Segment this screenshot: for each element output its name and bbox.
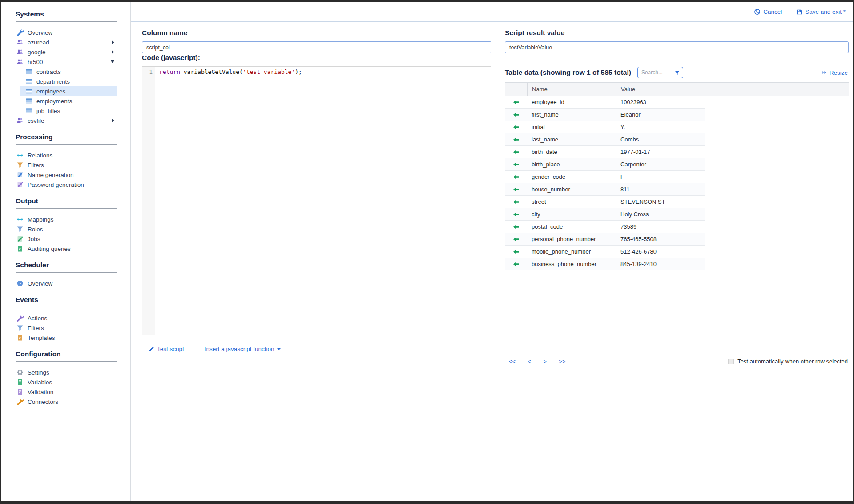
sidebar-item-mappings[interactable]: Mappings: [16, 214, 117, 224]
select-row-button[interactable]: [505, 112, 527, 117]
sidebar-item-departments[interactable]: departments: [20, 77, 117, 86]
sidebar-item-label: employments: [36, 98, 72, 105]
section-title: Processing: [16, 133, 130, 141]
expander-right-icon[interactable]: [112, 119, 114, 122]
filter-icon[interactable]: [674, 70, 680, 76]
sidebar-item-auditing-queries[interactable]: Auditing queries: [16, 244, 117, 254]
sidebar-item-password-generation[interactable]: Password generation: [16, 180, 117, 190]
select-row-button[interactable]: [505, 249, 527, 254]
select-row-button[interactable]: [505, 187, 527, 192]
code-line[interactable]: return variableGetValue('test_variable')…: [155, 67, 302, 335]
sidebar-item-roles[interactable]: Roles: [16, 224, 117, 234]
sidebar-item-hr500[interactable]: hr500: [16, 57, 117, 67]
select-row-button[interactable]: [505, 162, 527, 167]
resize-button[interactable]: Resize: [820, 69, 848, 76]
pagination-prev-button[interactable]: <: [528, 359, 532, 365]
sidebar-item-validation[interactable]: Validation: [16, 387, 117, 397]
save-and-exit-button[interactable]: Save and exit *: [796, 8, 846, 15]
sidebar-item-actions[interactable]: Actions: [16, 313, 117, 323]
expander-down-icon[interactable]: [111, 60, 114, 63]
header-spacer: [705, 83, 849, 96]
header-arrow-col: [505, 83, 527, 96]
sidebar-item-azuread[interactable]: azuread: [16, 37, 117, 47]
table-icon: [25, 88, 32, 95]
row-name: gender_code: [527, 173, 616, 180]
code-label: Code (javascript):: [142, 53, 491, 62]
select-row-button[interactable]: [505, 224, 527, 230]
row-name: business_phone_number: [527, 261, 616, 267]
select-row-button[interactable]: [505, 137, 527, 142]
document-edit-icon: [16, 181, 24, 188]
select-row-arrow-icon: [513, 137, 520, 142]
select-row-button[interactable]: [505, 199, 527, 205]
select-row-button[interactable]: [505, 100, 527, 105]
sidebar-item-connectors[interactable]: Connectors: [16, 397, 117, 407]
sidebar-item-settings[interactable]: Settings: [16, 367, 117, 377]
sidebar-item-filters[interactable]: Filters: [16, 323, 117, 333]
sidebar-item-contracts[interactable]: contracts: [20, 67, 117, 77]
auto-test-option: Test automatically when other row select…: [728, 358, 849, 365]
expander-right-icon[interactable]: [112, 50, 114, 54]
line-number: 1: [149, 69, 153, 75]
pagination-next-button[interactable]: >: [543, 359, 547, 365]
expander-right-icon[interactable]: [112, 40, 114, 44]
cancel-label: Cancel: [763, 8, 782, 15]
sidebar-item-relations[interactable]: Relations: [16, 150, 117, 160]
sidebar-item-overview[interactable]: Overview: [16, 278, 117, 288]
pagination-first-button[interactable]: <<: [509, 359, 516, 365]
sidebar-item-overview[interactable]: Overview: [16, 28, 117, 37]
users-icon: [16, 58, 24, 65]
editor-gutter: 1: [142, 67, 155, 335]
select-row-button[interactable]: [505, 262, 527, 267]
insert-function-dropdown[interactable]: Insert a javascript function: [205, 346, 281, 352]
search-input[interactable]: [641, 69, 674, 76]
section-divider: [16, 307, 117, 307]
sidebar-item-jobs[interactable]: Jobs: [16, 234, 117, 244]
script-result-input[interactable]: [505, 41, 849, 53]
sidebar-item-label: Overview: [28, 29, 52, 36]
column-name-input[interactable]: [142, 41, 491, 53]
select-row-button[interactable]: [505, 125, 527, 130]
auto-test-checkbox[interactable]: [728, 359, 734, 364]
table-row: birth_place Carpenter: [505, 158, 705, 171]
code-keyword: return: [159, 69, 180, 75]
editor-actions: Test script Insert a javascript function: [142, 346, 491, 352]
section-items: ActionsFiltersTemplates: [16, 313, 117, 343]
code-editor[interactable]: 1 return variableGetValue('test_variable…: [142, 66, 491, 335]
section-divider: [16, 144, 117, 145]
code-tail: );: [295, 69, 302, 75]
wrench-icon: [16, 314, 24, 322]
select-row-arrow-icon: [513, 149, 520, 155]
section-items: SettingsVariablesValidationConnectors: [16, 367, 117, 407]
select-row-arrow-icon: [513, 187, 520, 192]
funnel-icon: [16, 324, 24, 331]
cancel-button[interactable]: Cancel: [754, 8, 782, 15]
document-icon: [16, 379, 24, 386]
row-name: house_number: [527, 186, 616, 193]
row-value: Carpenter: [616, 161, 705, 168]
select-row-button[interactable]: [505, 237, 527, 242]
select-row-arrow-icon: [513, 237, 520, 242]
sidebar-item-name-generation[interactable]: Name generation: [16, 170, 117, 180]
script-editor-panel: Column name Code (javascript): 1 return …: [142, 28, 491, 365]
select-row-button[interactable]: [505, 174, 527, 180]
select-row-button[interactable]: [505, 212, 527, 217]
table-row: city Holy Cross: [505, 208, 705, 221]
sidebar-item-employments[interactable]: employments: [20, 96, 117, 106]
select-row-button[interactable]: [505, 149, 527, 155]
row-value: 1977-01-17: [616, 149, 705, 155]
sidebar-item-templates[interactable]: Templates: [16, 333, 117, 343]
sidebar-item-employees[interactable]: employees: [20, 86, 117, 96]
pagination-last-button[interactable]: >>: [559, 359, 566, 365]
sidebar-item-csvfile[interactable]: csvfile: [16, 116, 117, 125]
test-script-button[interactable]: Test script: [148, 346, 184, 352]
app-window: Systems Overviewazureadgooglehr500contra…: [0, 0, 854, 504]
sidebar-item-variables[interactable]: Variables: [16, 377, 117, 387]
sidebar-item-filters[interactable]: Filters: [16, 160, 117, 170]
row-value: STEVENSON ST: [616, 198, 705, 205]
sidebar-item-job-titles[interactable]: job_titles: [20, 106, 117, 116]
funnel-icon: [16, 226, 24, 233]
section-title: Configuration: [16, 350, 130, 358]
pagination: << < > >>: [505, 359, 566, 365]
sidebar-item-google[interactable]: google: [16, 47, 117, 57]
